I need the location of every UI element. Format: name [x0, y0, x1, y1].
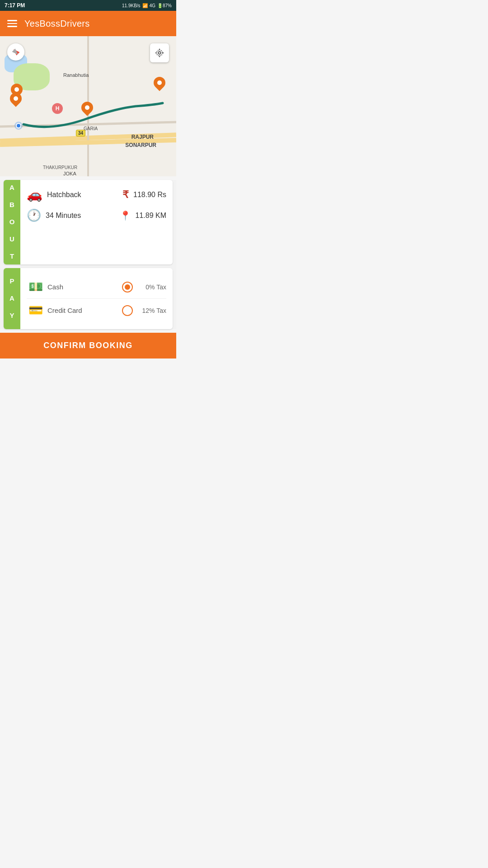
credit-card-icon: 💳 — [27, 303, 45, 317]
app-header: YesBossDrivers — [0, 11, 176, 36]
road-badge-34: 34 — [76, 130, 85, 137]
clock-icon: 🕐 — [27, 208, 41, 222]
hospital-marker: H — [52, 103, 63, 114]
pay-panel-content: 💵 Cash 0% Tax 💳 Credit Card 12% Tax — [20, 268, 173, 329]
cash-icon: 💵 — [27, 280, 45, 294]
map-label-garia: GARIA — [84, 126, 98, 131]
map-view: Ranabhutia GARIA RAJPUR SONARPUR THAKURP… — [0, 36, 176, 176]
app-title: YesBossDrivers — [24, 19, 90, 29]
battery-indicator: 🔋87% — [157, 3, 172, 8]
pay-tab-label: P A Y — [4, 268, 20, 329]
map-pin-2[interactable] — [10, 93, 22, 104]
compass-button[interactable] — [7, 43, 24, 61]
car-info-row: 🚗 Hatchback ₹ 118.90 Rs — [27, 187, 166, 202]
status-indicators: 11.9KB/s 📶 4G 🔋87% — [122, 3, 172, 8]
about-panel-content: 🚗 Hatchback ₹ 118.90 Rs 🕐 34 Minutes 📍 1… — [20, 180, 173, 264]
duration-info: 🕐 34 Minutes — [27, 208, 97, 222]
map-label-rajpur: RAJPUR — [131, 134, 154, 140]
rupee-icon: ₹ — [122, 189, 129, 201]
distance-value: 11.89 KM — [136, 212, 166, 220]
svg-point-3 — [158, 52, 161, 54]
map-pin-4[interactable] — [154, 77, 165, 89]
cash-tax-label: 0% Tax — [139, 283, 166, 291]
map-label-ranabhutia: Ranabhutia — [63, 72, 89, 78]
signal-icon: 📶 — [142, 3, 148, 8]
speed-indicator: 11.9KB/s — [122, 3, 141, 8]
cash-radio-button[interactable] — [122, 282, 133, 292]
car-type-label: Hatchback — [47, 191, 81, 199]
network-type: 4G — [150, 3, 155, 8]
svg-point-4 — [157, 50, 163, 56]
pay-panel: P A Y 💵 Cash 0% Tax 💳 Credit Card 12% Ta… — [4, 268, 173, 329]
price-info: ₹ 118.90 Rs — [97, 189, 167, 201]
map-label-joka: JOKA — [63, 171, 76, 176]
duration-label: 34 Minutes — [46, 212, 81, 220]
cash-label: Cash — [45, 283, 116, 291]
price-value: 118.90 Rs — [133, 191, 166, 199]
distance-icon: 📍 — [120, 210, 131, 221]
credit-card-pay-row[interactable]: 💳 Credit Card 12% Tax — [27, 299, 166, 322]
trip-info-row: 🕐 34 Minutes 📍 11.89 KM — [27, 208, 166, 222]
confirm-booking-button[interactable]: CONFIRM BOOKING — [0, 333, 176, 359]
time-display: 7:17 PM — [5, 2, 25, 9]
about-tab-label: A B O U T — [4, 180, 20, 264]
cash-pay-row[interactable]: 💵 Cash 0% Tax — [27, 275, 166, 299]
menu-button[interactable] — [7, 20, 17, 27]
car-type-info: 🚗 Hatchback — [27, 187, 97, 202]
info-panels: A B O U T 🚗 Hatchback ₹ 118.90 Rs 🕐 34 M… — [0, 180, 176, 329]
distance-info: 📍 11.89 KM — [97, 210, 167, 221]
map-pin-3[interactable] — [81, 102, 93, 113]
status-bar: 7:17 PM 11.9KB/s 📶 4G 🔋87% — [0, 0, 176, 11]
car-icon: 🚗 — [27, 187, 42, 202]
map-label-thakurpukur: THAKURPUKUR — [43, 165, 77, 170]
about-panel: A B O U T 🚗 Hatchback ₹ 118.90 Rs 🕐 34 M… — [4, 180, 173, 264]
credit-card-tax-label: 12% Tax — [139, 307, 166, 314]
map-label-sonarpur: SONARPUR — [125, 142, 156, 148]
credit-card-radio-button[interactable] — [122, 305, 133, 316]
my-location-button[interactable] — [150, 43, 169, 62]
current-location-dot — [16, 123, 21, 128]
credit-card-label: Credit Card — [45, 307, 116, 314]
